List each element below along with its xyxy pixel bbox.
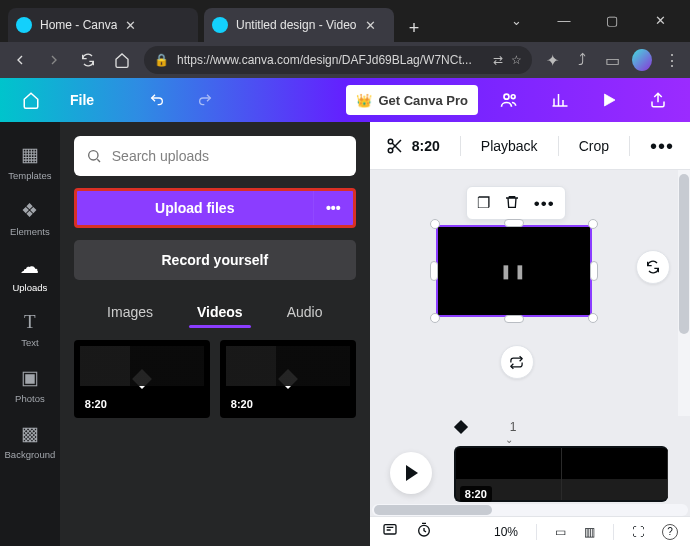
rail-elements[interactable]: ❖ Elements (0, 190, 60, 246)
resize-handle-se[interactable] (588, 313, 598, 323)
resize-handle-ne[interactable] (588, 219, 598, 229)
separator (629, 136, 630, 156)
video-thumbnail[interactable]: 8:20 (220, 340, 356, 418)
extensions-icon[interactable]: ✦ (542, 51, 562, 70)
tab-home[interactable]: Home - Canva ✕ (8, 8, 198, 42)
resize-handle-s[interactable] (504, 315, 524, 323)
stage[interactable]: ❐ ••• (370, 170, 690, 546)
rail-background[interactable]: ▩ Background (0, 413, 60, 469)
video-thumbnail[interactable]: 8:20 (74, 340, 210, 418)
vertical-scrollbar[interactable] (678, 170, 690, 416)
tab-design[interactable]: Untitled design - Video ✕ (204, 8, 394, 42)
more-icon[interactable]: ••• (534, 195, 555, 212)
trim-control[interactable]: 8:20 (386, 137, 440, 155)
canvas-selection[interactable] (436, 225, 592, 317)
window-minimize-icon[interactable]: — (542, 8, 586, 32)
rail-label: Uploads (12, 282, 47, 293)
replace-icon[interactable] (636, 250, 670, 284)
upload-more-icon[interactable]: ••• (313, 191, 353, 225)
tab-images[interactable]: Images (103, 296, 157, 328)
thumbnail-preview (80, 346, 204, 386)
crown-icon: 👑 (356, 93, 372, 108)
share-button[interactable] (638, 85, 678, 115)
url-text: https://www.canva.com/design/DAFJd69BLag… (177, 53, 472, 67)
text-icon: T (24, 311, 36, 333)
home-button[interactable] (12, 85, 50, 115)
window-close-icon[interactable]: ✕ (638, 8, 682, 32)
window-controls: ⌄ — ▢ ✕ (494, 6, 682, 42)
back-button[interactable] (8, 48, 32, 72)
play-button[interactable] (390, 452, 432, 494)
video-duration: 8:20 (226, 396, 258, 412)
resize-handle-n[interactable] (504, 219, 524, 227)
zoom-level[interactable]: 10% (494, 525, 518, 539)
forward-button[interactable] (42, 48, 66, 72)
grid-view-icon[interactable]: ▭ (555, 525, 566, 539)
resize-handle-e[interactable] (590, 261, 598, 281)
analytics-button[interactable] (540, 85, 580, 115)
present-button[interactable] (590, 85, 628, 115)
resize-handle-nw[interactable] (430, 219, 440, 229)
rail-text[interactable]: T Text (0, 302, 60, 357)
fullscreen-icon[interactable]: ⛶ (632, 525, 644, 539)
get-pro-button[interactable]: 👑 Get Canva Pro (346, 85, 478, 115)
rail-label: Background (5, 449, 56, 460)
rail-photos[interactable]: ▣ Photos (0, 357, 60, 413)
thumbnail-view-icon[interactable]: ▥ (584, 525, 595, 539)
crop-button[interactable]: Crop (579, 138, 609, 154)
delete-icon[interactable] (504, 194, 520, 213)
more-options-icon[interactable]: ••• (650, 136, 674, 156)
address-bar[interactable]: 🔒 https://www.canva.com/design/DAFJd69BL… (144, 46, 532, 74)
window-maximize-icon[interactable]: ▢ (590, 8, 634, 32)
sync-icon[interactable] (500, 345, 534, 379)
duration-icon[interactable] (416, 522, 432, 541)
help-icon[interactable]: ? (662, 524, 678, 540)
file-menu[interactable]: File (60, 85, 104, 115)
tab-audio[interactable]: Audio (283, 296, 327, 328)
horizontal-scrollbar[interactable] (372, 504, 688, 516)
canvas-area: 8:20 Playback Crop ••• ❐ ••• (370, 122, 690, 546)
chevron-down-icon[interactable]: ⌄ (505, 434, 513, 445)
rail-label: Photos (15, 393, 45, 404)
upload-files-button[interactable]: Upload files ••• (74, 188, 356, 228)
scrollbar-thumb[interactable] (679, 174, 689, 334)
elements-icon: ❖ (21, 199, 38, 222)
trim-time: 8:20 (412, 138, 440, 154)
close-tab-icon[interactable]: ✕ (365, 18, 376, 33)
collaborators-button[interactable] (488, 85, 530, 115)
resize-handle-w[interactable] (430, 261, 438, 281)
translate-icon[interactable]: ⇄ (493, 53, 503, 67)
redo-button[interactable] (186, 85, 224, 115)
reload-button[interactable] (76, 48, 100, 72)
scrollbar-thumb[interactable] (374, 505, 492, 515)
clip-duration: 8:20 (460, 486, 492, 502)
svg-point-3 (388, 139, 393, 144)
profile-avatar[interactable] (632, 49, 652, 71)
svg-point-2 (88, 151, 97, 160)
notes-icon[interactable] (382, 522, 398, 541)
resize-handle-sw[interactable] (430, 313, 440, 323)
menu-icon[interactable]: ⋮ (662, 51, 682, 70)
star-icon[interactable]: ☆ (511, 53, 522, 67)
duplicate-icon[interactable]: ❐ (477, 194, 490, 212)
record-yourself-button[interactable]: Record yourself (74, 240, 356, 280)
separator (558, 136, 559, 156)
window-dropdown-icon[interactable]: ⌄ (494, 8, 538, 32)
playhead-marker-icon[interactable] (454, 420, 468, 434)
rail-uploads[interactable]: ☁ Uploads (0, 246, 60, 302)
lock-icon: 🔒 (154, 53, 169, 67)
device-icon[interactable]: ▭ (602, 51, 622, 70)
selected-video[interactable] (436, 225, 592, 317)
search-icon (86, 148, 102, 164)
close-tab-icon[interactable]: ✕ (125, 18, 136, 33)
rail-templates[interactable]: ▦ Templates (0, 134, 60, 190)
share-icon[interactable]: ⤴ (572, 51, 592, 69)
home-button[interactable] (110, 48, 134, 72)
new-tab-button[interactable]: + (400, 14, 428, 42)
playback-button[interactable]: Playback (481, 138, 538, 154)
undo-button[interactable] (138, 85, 176, 115)
tab-videos[interactable]: Videos (193, 296, 247, 328)
search-placeholder: Search uploads (112, 148, 209, 164)
search-input[interactable]: Search uploads (74, 136, 356, 176)
record-label: Record yourself (161, 252, 268, 268)
